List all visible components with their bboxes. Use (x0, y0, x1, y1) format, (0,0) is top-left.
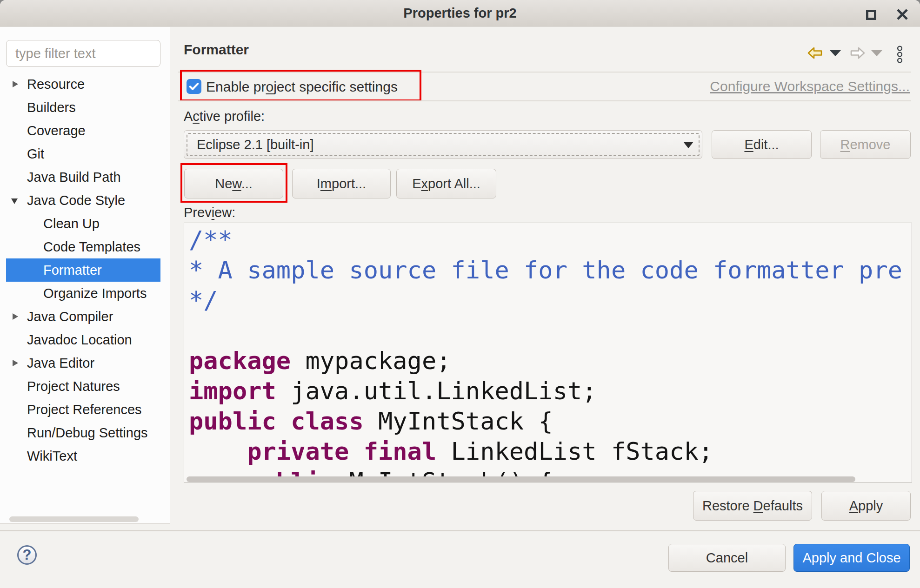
checkmark-icon (187, 80, 200, 93)
sidebar-item-code-templates[interactable]: Code Templates (6, 235, 160, 258)
sidebar-item-label: Organize Imports (43, 286, 147, 301)
title-bar[interactable]: Properties for pr2 (0, 0, 920, 26)
code-line: /** (189, 225, 902, 255)
sidebar-item-run-debug-settings[interactable]: Run/Debug Settings (6, 421, 160, 444)
sidebar-item-label: Java Editor (27, 356, 94, 371)
expander-collapsed-icon[interactable] (13, 360, 18, 366)
sidebar-item-java-editor[interactable]: Java Editor (6, 351, 160, 375)
expander-collapsed-icon[interactable] (13, 81, 18, 87)
sidebar-item-formatter[interactable]: Formatter (6, 258, 160, 282)
sidebar-item-project-references[interactable]: Project References (6, 398, 160, 421)
sidebar-item-git[interactable]: Git (6, 142, 160, 165)
new-button[interactable]: New... (184, 169, 283, 198)
sidebar-item-label: Run/Debug Settings (27, 425, 148, 441)
code-line: import java.util.LinkedList; (189, 376, 902, 406)
remove-button: Remove (820, 130, 911, 159)
sidebar-item-label: WikiText (27, 449, 77, 464)
sidebar-item-resource[interactable]: Resource (6, 73, 160, 96)
footer-separator (0, 530, 920, 531)
preview-horizontal-scrollbar[interactable] (187, 476, 855, 482)
code-line: */ (189, 285, 902, 316)
preview-label: Preview: (184, 205, 235, 220)
sidebar-item-label: Builders (27, 100, 76, 115)
separator (178, 100, 911, 101)
export-all-button[interactable]: Export All... (396, 169, 496, 198)
apply-and-close-button[interactable]: Apply and Close (793, 544, 910, 572)
enable-project-settings-checkbox[interactable] (187, 79, 201, 94)
window-title: Properties for pr2 (0, 0, 920, 26)
sidebar-item-label: Java Code Style (27, 193, 125, 208)
preview-code: /*** A sample source file for the code f… (189, 225, 902, 482)
expander-expanded-icon[interactable] (11, 198, 18, 204)
view-menu-icon[interactable] (896, 45, 903, 64)
sidebar-item-label: Code Templates (43, 239, 140, 255)
sidebar-item-label: Formatter (43, 263, 102, 278)
active-profile-label: Active profile: (184, 109, 265, 124)
sidebar-item-label: Project Natures (27, 379, 120, 394)
sidebar-horizontal-scrollbar[interactable] (9, 516, 139, 522)
code-line (189, 316, 902, 346)
chevron-down-icon (683, 142, 693, 148)
close-icon[interactable] (896, 8, 909, 21)
properties-dialog: Properties for pr2 ResourceBuildersCover… (0, 0, 920, 588)
sidebar-item-project-natures[interactable]: Project Natures (6, 375, 160, 398)
sidebar-item-label: Coverage (27, 123, 86, 139)
sidebar-item-label: Git (27, 146, 44, 162)
sidebar-item-organize-imports[interactable]: Organize Imports (6, 282, 160, 305)
preview-area[interactable]: /*** A sample source file for the code f… (184, 223, 912, 482)
expander-collapsed-icon[interactable] (13, 313, 18, 320)
help-button[interactable]: ? (17, 545, 37, 565)
back-history-icon[interactable] (830, 50, 841, 56)
code-line: package mypackage; (189, 346, 902, 376)
maximize-icon[interactable] (866, 10, 876, 20)
restore-defaults-button[interactable]: Restore Defaults (693, 491, 812, 521)
sidebar-item-label: Javadoc Location (27, 332, 132, 348)
page-title: Formatter (184, 42, 249, 58)
sidebar-item-wikitext[interactable]: WikiText (6, 444, 160, 468)
edit-button[interactable]: Edit... (712, 130, 812, 159)
preferences-sidebar: ResourceBuildersCoverageGitJava Build Pa… (0, 27, 170, 524)
code-line: * A sample source file for the code form… (189, 255, 902, 285)
sidebar-item-javadoc-location[interactable]: Javadoc Location (6, 328, 160, 351)
sidebar-item-clean-up[interactable]: Clean Up (6, 212, 160, 235)
cancel-button[interactable]: Cancel (668, 544, 786, 572)
back-icon[interactable] (807, 47, 822, 59)
code-line: private final LinkedList fStack; (189, 436, 902, 467)
sidebar-item-label: Project References (27, 402, 142, 417)
sidebar-item-label: Java Compiler (27, 309, 113, 324)
configure-workspace-settings-link[interactable]: Configure Workspace Settings... (710, 79, 910, 94)
apply-button[interactable]: Apply (821, 491, 911, 521)
separator (178, 72, 911, 73)
sidebar-item-label: Resource (27, 77, 85, 92)
active-profile-combo[interactable]: Eclipse 2.1 [built-in] (184, 130, 702, 159)
import-button[interactable]: Import... (292, 169, 391, 198)
sidebar-item-builders[interactable]: Builders (6, 96, 160, 119)
forward-icon (850, 47, 865, 59)
code-line: public class MyIntStack { (189, 406, 902, 436)
sidebar-item-java-compiler[interactable]: Java Compiler (6, 305, 160, 328)
enable-project-settings-label: Enable project specific settings (206, 79, 398, 94)
sidebar-item-coverage[interactable]: Coverage (6, 119, 160, 142)
active-profile-value: Eclipse 2.1 [built-in] (197, 131, 313, 159)
sidebar-item-java-code-style[interactable]: Java Code Style (6, 189, 160, 212)
question-mark-icon: ? (23, 547, 32, 563)
sidebar-tree: ResourceBuildersCoverageGitJava Build Pa… (0, 27, 170, 524)
sidebar-item-java-build-path[interactable]: Java Build Path (6, 165, 160, 189)
forward-history-icon (871, 50, 882, 56)
sidebar-item-label: Java Build Path (27, 170, 121, 185)
sidebar-item-label: Clean Up (43, 216, 100, 231)
